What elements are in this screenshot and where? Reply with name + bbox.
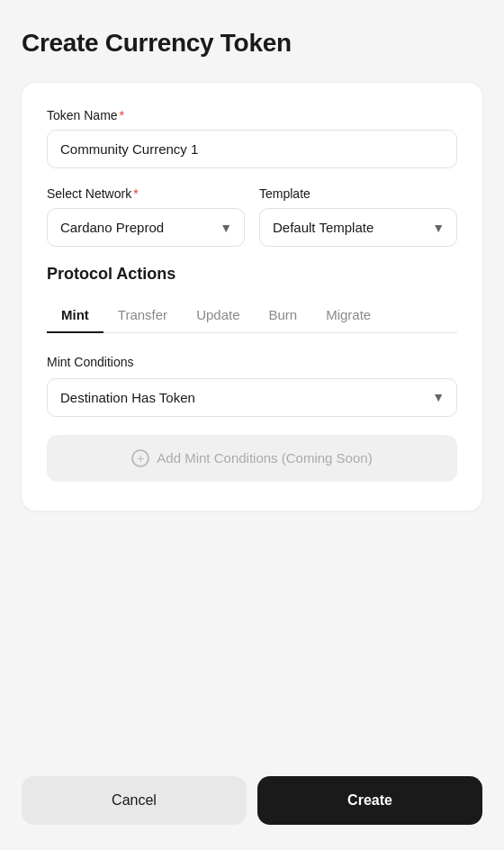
form-card: Token Name* Select Network* Cardano Prep… [22, 83, 482, 511]
plus-circle-icon: + [131, 449, 149, 467]
token-name-input[interactable] [47, 130, 457, 168]
add-conditions-label: Add Mint Conditions (Coming Soon) [157, 450, 372, 466]
mint-conditions-label: Mint Conditions [47, 355, 457, 369]
network-template-row: Select Network* Cardano Preprod Cardano … [47, 186, 457, 247]
tab-mint[interactable]: Mint [47, 298, 104, 333]
required-star-network: * [133, 186, 138, 201]
tab-burn[interactable]: Burn [255, 298, 312, 333]
mint-conditions-dropdown[interactable]: Destination Has Token [47, 378, 457, 417]
select-network-group: Select Network* Cardano Preprod Cardano … [47, 186, 245, 247]
token-name-label: Token Name* [47, 108, 457, 122]
template-label: Template [259, 186, 457, 201]
tab-update[interactable]: Update [182, 298, 254, 333]
select-network-label: Select Network* [47, 186, 245, 201]
page-title: Create Currency Token [22, 29, 482, 58]
token-name-group: Token Name* [47, 108, 457, 168]
cancel-button[interactable]: Cancel [22, 776, 247, 825]
add-mint-conditions-button[interactable]: + Add Mint Conditions (Coming Soon) [47, 435, 457, 482]
select-network-wrapper: Cardano Preprod Cardano Mainnet ▼ [47, 208, 245, 247]
tab-migrate[interactable]: Migrate [311, 298, 385, 333]
required-star: * [120, 108, 124, 122]
template-wrapper: Default Template ▼ [259, 208, 457, 247]
tab-transfer[interactable]: Transfer [104, 298, 182, 333]
footer: Cancel Create [0, 758, 504, 850]
protocol-tabs: Mint Transfer Update Burn Migrate [47, 298, 457, 333]
mint-conditions-wrapper: Destination Has Token ▼ [47, 378, 457, 417]
create-button[interactable]: Create [257, 776, 482, 825]
template-dropdown[interactable]: Default Template [259, 208, 457, 247]
protocol-actions-title: Protocol Actions [47, 265, 457, 284]
select-network-dropdown[interactable]: Cardano Preprod Cardano Mainnet [47, 208, 245, 247]
template-group: Template Default Template ▼ [259, 186, 457, 247]
mint-conditions-group: Mint Conditions Destination Has Token ▼ [47, 355, 457, 417]
